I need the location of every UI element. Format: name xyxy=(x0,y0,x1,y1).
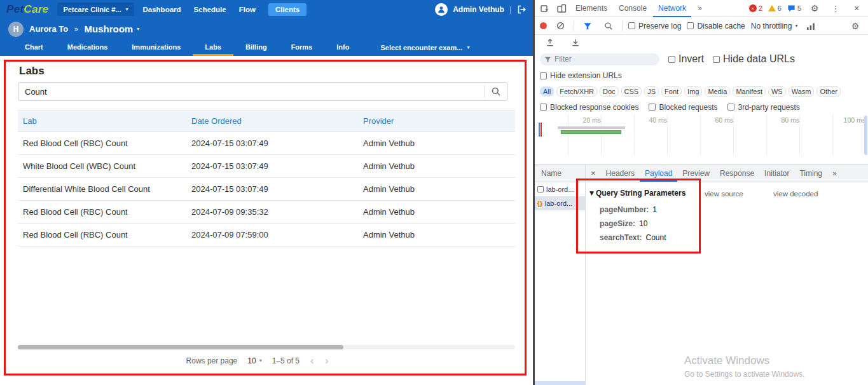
settings-gear-icon[interactable]: ⚙ xyxy=(807,1,822,15)
issues-icon xyxy=(787,4,796,13)
table-row[interactable]: Differential White Blood Cell Count 2024… xyxy=(18,178,515,201)
patient-name-dropdown[interactable]: Mushroom ▾ xyxy=(85,24,140,34)
nav-item-flow[interactable]: Flow xyxy=(239,6,256,13)
tab-forms[interactable]: Forms xyxy=(279,39,325,56)
divider xyxy=(622,21,623,31)
table-row[interactable]: White Blood Cell (WBC) Count 2024-07-15 … xyxy=(18,155,515,178)
tab-info[interactable]: Info xyxy=(324,39,361,56)
tab-billing[interactable]: Billing xyxy=(233,39,279,56)
more-tabs-button[interactable]: » xyxy=(692,0,707,17)
chip-other[interactable]: Other xyxy=(816,86,841,97)
query-string-parameters-section[interactable]: ▼ Query String Parameters xyxy=(589,189,685,198)
close-detail-pane-button[interactable]: × xyxy=(586,168,601,178)
throttling-dropdown[interactable]: No throttling ▾ xyxy=(751,22,798,30)
issues-badge[interactable]: 5 xyxy=(787,4,801,13)
patient-avatar[interactable]: H xyxy=(8,22,24,37)
rows-per-page-select[interactable]: 10 ▾ xyxy=(247,356,261,365)
network-search-button[interactable] xyxy=(601,19,616,33)
request-row-selected[interactable]: {} lab-ord... xyxy=(535,196,585,210)
export-har-button[interactable] xyxy=(568,36,583,50)
chip-js[interactable]: JS xyxy=(644,86,659,97)
filter-toggle-button[interactable] xyxy=(580,19,595,33)
request-row[interactable]: lab-ord... xyxy=(535,182,585,196)
timeline-scrollbar[interactable] xyxy=(864,116,867,155)
detail-tab-response[interactable]: Response xyxy=(715,165,759,182)
table-row[interactable]: Red Blood Cell (RBC) Count 2024-07-09 07… xyxy=(18,224,515,247)
chip-media[interactable]: Media xyxy=(705,86,730,97)
more-options-icon[interactable]: ⋮ xyxy=(828,1,843,15)
invert-checkbox[interactable]: Invert xyxy=(668,53,704,65)
blocked-requests-checkbox[interactable]: Blocked requests xyxy=(649,103,717,112)
name-column-header[interactable]: Name xyxy=(535,165,586,182)
chip-doc[interactable]: Doc xyxy=(600,86,619,97)
clear-network-log-button[interactable] xyxy=(553,19,568,33)
devtools-tab-elements[interactable]: Elements xyxy=(570,0,612,17)
network-conditions-icon xyxy=(806,22,815,30)
request-name: lab-ord... xyxy=(545,199,572,207)
import-har-button[interactable] xyxy=(542,36,558,50)
close-devtools-button[interactable]: × xyxy=(849,1,864,15)
preserve-log-checkbox[interactable]: Preserve log xyxy=(628,22,681,30)
table-row[interactable]: Red Blood Cell (RBC) Count 2024-07-09 09… xyxy=(18,201,515,224)
column-header-date-ordered[interactable]: Date Ordered xyxy=(186,111,358,132)
nav-item-clients[interactable]: Clients xyxy=(268,3,307,16)
warnings-badge[interactable]: 6 xyxy=(768,4,782,12)
third-party-requests-checkbox[interactable]: 3rd-party requests xyxy=(727,103,799,112)
labs-search-input[interactable] xyxy=(18,87,485,97)
devtools-tab-console[interactable]: Console xyxy=(614,0,652,17)
column-header-provider[interactable]: Provider xyxy=(358,111,515,132)
logout-button[interactable] xyxy=(516,4,527,15)
network-overview-timeline[interactable]: 20 ms 40 ms 60 ms 80 ms 100 ms xyxy=(535,114,868,165)
network-filter-input[interactable] xyxy=(555,55,644,64)
network-conditions-button[interactable] xyxy=(803,19,818,33)
table-row[interactable]: Red Blood Cell (RBC) Count 2024-07-15 03… xyxy=(18,132,515,155)
tab-medications[interactable]: Medications xyxy=(55,39,120,56)
chip-css[interactable]: CSS xyxy=(621,86,642,97)
nav-item-dashboard[interactable]: Dashboard xyxy=(143,6,181,13)
previous-page-button[interactable]: ‹ xyxy=(310,354,314,367)
network-toolbar: Preserve log Disable cache No throttling… xyxy=(535,17,868,35)
user-menu[interactable]: Admin Vethub | xyxy=(435,3,527,16)
detail-tab-preview[interactable]: Preview xyxy=(677,165,715,182)
device-toolbar-button[interactable] xyxy=(554,1,569,15)
chip-wasm[interactable]: Wasm xyxy=(789,86,815,97)
tab-labs[interactable]: Labs xyxy=(193,39,233,56)
hide-extension-urls-checkbox[interactable]: Hide extension URLs xyxy=(540,71,622,80)
detail-tab-headers[interactable]: Headers xyxy=(601,165,640,182)
horizontal-scrollbar-thumb[interactable] xyxy=(18,345,343,349)
devtools-tab-network[interactable]: Network xyxy=(653,0,691,17)
payload-param: searchText: Count xyxy=(600,233,666,242)
view-source-link[interactable]: view source xyxy=(705,190,743,198)
tab-immunizations[interactable]: Immunizations xyxy=(120,39,193,56)
column-header-lab[interactable]: Lab xyxy=(18,111,186,132)
chip-all[interactable]: All xyxy=(540,86,554,97)
chip-manifest[interactable]: Manifest xyxy=(733,86,766,97)
network-settings-gear-icon[interactable]: ⚙ xyxy=(848,19,863,33)
petcare-logo[interactable]: PetCare xyxy=(6,3,48,16)
chip-img[interactable]: Img xyxy=(684,86,702,97)
checkbox-icon xyxy=(540,104,547,111)
encounter-select-dropdown[interactable]: Select encounter exam... ▾ xyxy=(380,39,469,56)
more-detail-tabs-button[interactable]: » xyxy=(827,165,842,182)
disable-cache-checkbox[interactable]: Disable cache xyxy=(687,22,745,30)
blocked-response-cookies-checkbox[interactable]: Blocked response cookies xyxy=(540,103,638,112)
owner-name-link[interactable]: Aurora To xyxy=(29,24,68,34)
detail-tab-initiator[interactable]: Initiator xyxy=(759,165,794,182)
detail-tab-payload[interactable]: Payload xyxy=(640,165,677,182)
chip-ws[interactable]: WS xyxy=(768,86,786,97)
clinic-selector-button[interactable]: Petcare Clinic #... ▾ xyxy=(57,3,134,16)
request-list-scrollbar[interactable] xyxy=(535,381,585,385)
detail-tab-timing[interactable]: Timing xyxy=(794,165,827,182)
tab-chart[interactable]: Chart xyxy=(13,39,55,56)
chip-font[interactable]: Font xyxy=(661,86,682,97)
errors-badge[interactable]: × 2 xyxy=(749,4,762,12)
next-page-button[interactable]: › xyxy=(324,354,329,367)
search-button[interactable] xyxy=(485,86,507,97)
record-network-log-button[interactable] xyxy=(540,22,547,29)
timeline-gridline xyxy=(733,114,734,156)
inspect-element-button[interactable] xyxy=(537,1,553,15)
nav-item-schedule[interactable]: Schedule xyxy=(194,6,226,13)
view-decoded-link[interactable]: view decoded xyxy=(773,190,818,198)
hide-data-urls-checkbox[interactable]: Hide data URLs xyxy=(713,53,795,65)
chip-fetch-xhr[interactable]: Fetch/XHR xyxy=(556,86,597,97)
